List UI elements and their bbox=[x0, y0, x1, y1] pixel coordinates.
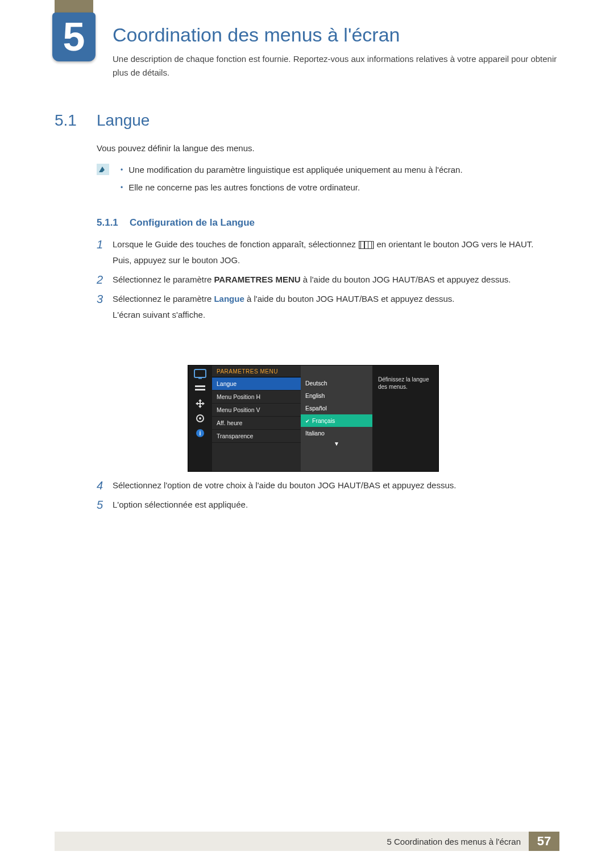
footer-text: 5 Coordination des menus à l'écran bbox=[55, 832, 529, 851]
osd-screenshot: i PARAMETRES MENU Langue Menu Position H… bbox=[188, 365, 439, 472]
section-intro: Vous pouvez définir la langue des menus. bbox=[97, 143, 255, 153]
osd-language-option-selected: Français bbox=[301, 414, 372, 427]
steps-list-continued: 4 Sélectionnez l'option de votre choix à… bbox=[97, 479, 557, 517]
move-icon bbox=[194, 398, 206, 409]
bullet-icon: • bbox=[121, 164, 123, 177]
osd-language-option: Deutsch bbox=[301, 377, 372, 389]
step-number: 3 bbox=[97, 292, 105, 322]
svg-text:i: i bbox=[200, 430, 201, 437]
page-footer: 5 Coordination des menus à l'écran 57 bbox=[55, 832, 559, 851]
osd-menu-item: Menu Position H bbox=[212, 391, 301, 404]
step-number: 4 bbox=[97, 479, 105, 492]
note-icon bbox=[97, 164, 109, 175]
step-body: Sélectionnez le paramètre PARAMETRES MEN… bbox=[113, 273, 557, 286]
section-title: Langue bbox=[97, 111, 150, 130]
osd-language-option: Italiano bbox=[301, 427, 372, 439]
svg-rect-2 bbox=[198, 378, 202, 379]
osd-menu-header: PARAMETRES MENU bbox=[212, 366, 301, 377]
step-number: 5 bbox=[97, 498, 105, 512]
osd-language-option: Español bbox=[301, 402, 372, 414]
step-body: Sélectionnez le paramètre Langue à l'aid… bbox=[113, 292, 557, 322]
chapter-description: Une description de chaque fonction est f… bbox=[113, 52, 557, 80]
menu-grid-icon bbox=[360, 241, 372, 249]
steps-list: 1 Lorsque le Guide des touches de foncti… bbox=[97, 238, 557, 327]
osd-menu-item: Menu Position V bbox=[212, 404, 301, 417]
chevron-down-icon: ▼ bbox=[301, 439, 372, 447]
step-number: 2 bbox=[97, 273, 105, 286]
gear-icon bbox=[194, 413, 206, 423]
osd-menu-item: Transparence bbox=[212, 430, 301, 443]
chapter-title: Coordination des menus à l'écran bbox=[113, 24, 400, 46]
osd-menu-item: Langue bbox=[212, 377, 301, 391]
svg-rect-1 bbox=[194, 369, 206, 377]
info-icon: i bbox=[194, 428, 206, 438]
chapter-number-badge: 5 bbox=[52, 13, 96, 61]
subsection-number: 5.1.1 bbox=[97, 217, 118, 229]
picture-icon bbox=[194, 369, 206, 379]
page-number: 57 bbox=[529, 832, 559, 851]
section-number: 5.1 bbox=[55, 111, 77, 130]
note-list: • Une modification du paramètre linguist… bbox=[121, 164, 557, 198]
menu-settings-icon bbox=[194, 384, 206, 394]
subsection-title: Configuration de la Langue bbox=[130, 217, 255, 229]
osd-help-text: Définissez la langue des menus. bbox=[372, 366, 438, 471]
osd-menu-item: Aff. heure bbox=[212, 417, 301, 430]
svg-rect-3 bbox=[195, 385, 205, 387]
note-item: Une modification du paramètre linguistiq… bbox=[128, 164, 462, 177]
bullet-icon: • bbox=[121, 181, 123, 194]
osd-language-option: English bbox=[301, 389, 372, 402]
osd-sidebar: i bbox=[188, 366, 212, 471]
top-accent-stripe bbox=[55, 0, 93, 14]
svg-point-6 bbox=[199, 417, 201, 420]
svg-rect-4 bbox=[195, 389, 205, 391]
step-body: Sélectionnez l'option de votre choix à l… bbox=[113, 479, 557, 492]
osd-submenu-column: Deutsch English Español Français Italian… bbox=[301, 366, 372, 471]
step-number: 1 bbox=[97, 238, 105, 267]
osd-menu-column: PARAMETRES MENU Langue Menu Position H M… bbox=[212, 366, 301, 471]
step-body: Lorsque le Guide des touches de fonction… bbox=[113, 238, 557, 267]
note-item: Elle ne concerne pas les autres fonction… bbox=[128, 181, 360, 194]
step-body: L'option sélectionnée est appliquée. bbox=[113, 498, 557, 512]
